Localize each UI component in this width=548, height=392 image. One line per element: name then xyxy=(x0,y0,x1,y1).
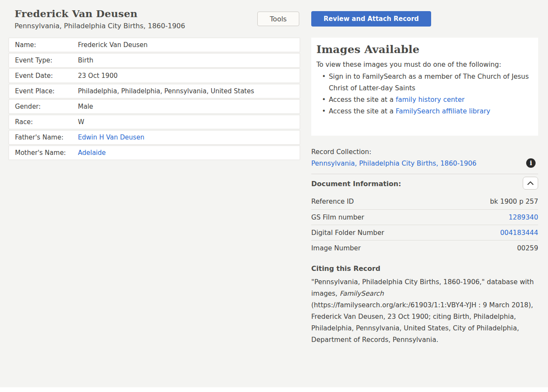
record-collection-section: Record Collection: Pennsylvania, Philade… xyxy=(311,148,538,167)
record-sidebar: Images Available To view these images yo… xyxy=(311,38,538,346)
document-information-heading: Document Information: xyxy=(311,180,401,188)
list-item: Access the site at a family history cent… xyxy=(329,94,533,106)
bullet-text: Access the site at a xyxy=(329,107,396,115)
record-detail-page: Frederick Van Deusen Pennsylvania, Phila… xyxy=(0,0,548,392)
images-available-intro: To view these images you must do one of … xyxy=(316,59,533,70)
images-available-heading: Images Available xyxy=(316,43,533,56)
collection-subtitle: Pennsylvania, Philadelphia City Births, … xyxy=(15,22,185,30)
table-row: GS Film number 1289340 xyxy=(311,209,538,225)
citing-this-record-section: Citing this Record "Pennsylvania, Philad… xyxy=(311,264,538,346)
record-collection-link[interactable]: Pennsylvania, Philadelphia City Births, … xyxy=(311,160,477,167)
chevron-up-icon xyxy=(527,180,534,187)
record-fields-table: Name: Frederick Van Deusen Event Type: B… xyxy=(9,38,300,161)
doc-field-value: bk 1900 p 257 xyxy=(490,198,538,205)
table-row: Father's Name: Edwin H Van Deusen xyxy=(9,130,300,145)
images-available-list: Sign in to FamilySearch as a member of T… xyxy=(316,71,533,117)
field-label: Father's Name: xyxy=(9,134,78,141)
citation-part2: (https://familysearch.org/ark:/61903/1:1… xyxy=(311,301,533,344)
father-name-link[interactable]: Edwin H Van Deusen xyxy=(78,134,144,141)
document-information-header: Document Information: xyxy=(311,174,538,194)
collapse-section-button[interactable] xyxy=(523,177,538,190)
citation-text: "Pennsylvania, Philadelphia City Births,… xyxy=(311,276,538,346)
review-and-attach-button[interactable]: Review and Attach Record xyxy=(311,11,431,27)
citation-italic: FamilySearch xyxy=(340,290,384,297)
mother-name-link[interactable]: Adelaide xyxy=(78,149,106,157)
field-value: W xyxy=(78,118,84,126)
info-icon[interactable]: i xyxy=(526,158,536,168)
table-row: Name: Frederick Van Deusen xyxy=(9,38,300,52)
table-row: Mother's Name: Adelaide xyxy=(9,146,300,160)
table-row: Reference ID bk 1900 p 257 xyxy=(311,194,538,209)
table-row: Event Type: Birth xyxy=(9,53,300,68)
table-row: Image Number 00259 xyxy=(311,240,538,255)
doc-field-label: Image Number xyxy=(311,244,361,252)
page-title: Frederick Van Deusen xyxy=(15,8,137,19)
tools-button[interactable]: Tools xyxy=(257,12,299,26)
list-item: Sign in to FamilySearch as a member of T… xyxy=(329,71,533,94)
field-label: Event Date: xyxy=(9,72,78,80)
field-label: Event Place: xyxy=(9,87,78,95)
field-label: Name: xyxy=(9,41,78,49)
bullet-text: Sign in to FamilySearch as a member of T… xyxy=(329,73,529,92)
table-row: Event Place: Philadelphia, Philadelphia,… xyxy=(9,84,300,98)
field-label: Event Type: xyxy=(9,56,78,64)
field-value: Birth xyxy=(78,56,93,64)
field-label: Mother's Name: xyxy=(9,149,78,157)
field-value: Male xyxy=(78,103,93,110)
gs-film-number-link[interactable]: 1289340 xyxy=(509,214,538,221)
doc-field-value: 00259 xyxy=(517,244,538,252)
field-value: 23 Oct 1900 xyxy=(78,72,118,80)
field-value: Philadelphia, Philadelphia, Pennsylvania… xyxy=(78,87,254,95)
footer-strip xyxy=(0,387,548,392)
field-value: Frederick Van Deusen xyxy=(78,41,148,49)
bullet-text: Access the site at a xyxy=(329,96,396,104)
citing-heading: Citing this Record xyxy=(311,264,538,273)
affiliate-library-link[interactable]: FamilySearch affiliate library xyxy=(396,107,490,115)
doc-field-label: GS Film number xyxy=(311,214,364,221)
images-available-card: Images Available To view these images yo… xyxy=(311,38,538,136)
table-row: Event Date: 23 Oct 1900 xyxy=(9,68,300,83)
table-row: Gender: Male xyxy=(9,99,300,114)
table-row: Race: W xyxy=(9,115,300,129)
document-information-table: Reference ID bk 1900 p 257 GS Film numbe… xyxy=(311,194,538,255)
family-history-center-link[interactable]: family history center xyxy=(396,96,465,104)
list-item: Access the site at a FamilySearch affili… xyxy=(329,106,533,117)
doc-field-label: Reference ID xyxy=(311,198,354,205)
doc-field-label: Digital Folder Number xyxy=(311,229,384,237)
table-row: Digital Folder Number 004183444 xyxy=(311,225,538,240)
digital-folder-number-link[interactable]: 004183444 xyxy=(500,229,538,237)
field-label: Race: xyxy=(9,118,78,126)
record-collection-label: Record Collection: xyxy=(311,148,521,156)
field-label: Gender: xyxy=(9,103,78,110)
